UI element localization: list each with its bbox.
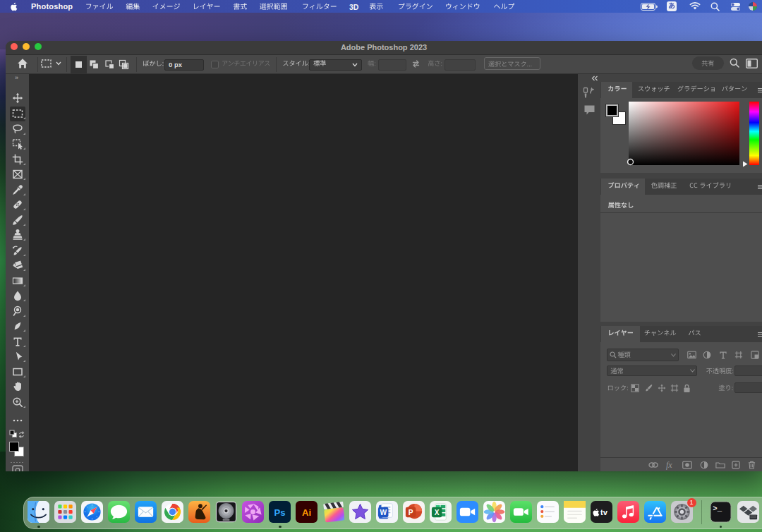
svg-text:X: X [435,509,440,516]
svg-text:tv: tv [600,508,608,516]
svg-text:Ai: Ai [302,507,311,518]
svg-text:>_: >_ [713,504,722,513]
svg-text:W: W [380,509,387,516]
svg-text:Ps: Ps [274,507,286,518]
svg-text:P: P [409,509,413,516]
